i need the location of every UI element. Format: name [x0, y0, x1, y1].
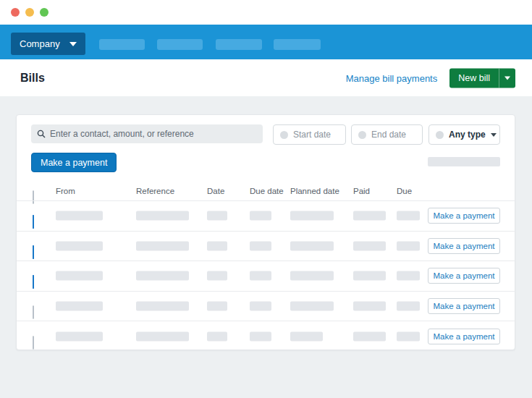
- content-placeholder: [428, 157, 500, 166]
- new-bill-button[interactable]: New bill: [449, 68, 499, 88]
- cell-placeholder: [207, 241, 227, 250]
- cell-placeholder: [56, 241, 103, 250]
- end-date-label: End date: [371, 130, 406, 140]
- chevron-down-icon: [69, 42, 77, 46]
- chevron-down-icon: [491, 133, 497, 137]
- nav-item-placeholder[interactable]: [157, 39, 203, 50]
- column-header-date: Date: [207, 187, 224, 195]
- cell-placeholder: [290, 271, 334, 281]
- column-header-planned-date: Planned date: [290, 187, 339, 195]
- row-checkbox[interactable]: [33, 215, 34, 229]
- type-filter-label: Any type: [449, 130, 486, 140]
- cell-placeholder: [397, 331, 420, 341]
- row-checkbox[interactable]: [33, 275, 34, 289]
- table-header-row: From Reference Date Due date Planned dat…: [17, 182, 516, 200]
- cell-placeholder: [290, 211, 334, 221]
- cell-placeholder: [136, 302, 189, 311]
- nav-item-placeholder[interactable]: [216, 39, 262, 50]
- row-make-a-payment-button[interactable]: Make a payment: [428, 268, 500, 284]
- nav-item-placeholder[interactable]: [99, 39, 145, 50]
- chevron-down-icon: [504, 76, 510, 80]
- cell-placeholder: [353, 271, 386, 281]
- search-field: [31, 124, 263, 143]
- minimize-window-button[interactable]: [25, 8, 34, 17]
- cell-placeholder: [290, 241, 334, 250]
- bills-panel: Start date End date Any type Make a paym…: [16, 114, 515, 350]
- row-checkbox[interactable]: [33, 336, 34, 350]
- cell-placeholder: [353, 211, 386, 221]
- end-date-filter[interactable]: End date: [351, 124, 423, 145]
- cell-placeholder: [56, 302, 103, 311]
- cell-placeholder: [397, 241, 420, 250]
- calendar-icon: [358, 131, 366, 139]
- header-actions: Manage bill payments New bill: [346, 68, 515, 88]
- cell-placeholder: [353, 241, 386, 250]
- bills-table: From Reference Date Due date Planned dat…: [17, 182, 516, 351]
- cell-placeholder: [136, 211, 189, 221]
- cell-placeholder: [207, 211, 227, 221]
- type-filter-dropdown[interactable]: Any type: [428, 124, 500, 145]
- cell-placeholder: [136, 271, 189, 281]
- cell-placeholder: [207, 331, 227, 341]
- table-row: Make a payment: [17, 291, 516, 321]
- cell-placeholder: [56, 331, 103, 341]
- company-menu-label: Company: [20, 38, 60, 49]
- cell-placeholder: [353, 302, 386, 311]
- cell-placeholder: [397, 302, 420, 311]
- column-header-paid: Paid: [353, 187, 370, 195]
- column-header-from: From: [56, 187, 75, 195]
- cell-placeholder: [207, 302, 227, 311]
- column-header-due-date: Due date: [250, 187, 284, 195]
- cell-placeholder: [250, 271, 271, 281]
- make-a-payment-button[interactable]: Make a payment: [31, 153, 117, 172]
- close-window-button[interactable]: [11, 8, 20, 17]
- table-row: Make a payment: [17, 231, 516, 261]
- cell-placeholder: [250, 331, 271, 341]
- column-header-reference: Reference: [136, 187, 174, 195]
- cell-placeholder: [207, 271, 227, 281]
- calendar-icon: [280, 131, 288, 139]
- filter-icon: [436, 131, 444, 139]
- page-title: Bills: [20, 72, 45, 85]
- row-checkbox[interactable]: [33, 245, 34, 259]
- cell-placeholder: [290, 331, 323, 341]
- row-make-a-payment-button[interactable]: Make a payment: [428, 238, 500, 254]
- row-make-a-payment-button[interactable]: Make a payment: [428, 208, 500, 224]
- cell-placeholder: [397, 211, 420, 221]
- company-menu-button[interactable]: Company: [11, 33, 85, 55]
- top-navbar: Company: [0, 25, 532, 59]
- window-titlebar: [0, 0, 532, 25]
- cell-placeholder: [353, 331, 386, 341]
- column-header-due: Due: [397, 187, 412, 195]
- table-row: Make a payment: [17, 321, 516, 351]
- cell-placeholder: [56, 271, 103, 281]
- search-icon: [37, 130, 46, 138]
- cell-placeholder: [290, 302, 334, 311]
- cell-placeholder: [136, 331, 189, 341]
- row-make-a-payment-button[interactable]: Make a payment: [428, 329, 500, 344]
- start-date-filter[interactable]: Start date: [273, 124, 346, 145]
- nav-item-placeholder[interactable]: [274, 39, 321, 50]
- new-bill-dropdown-button[interactable]: [499, 68, 515, 88]
- cell-placeholder: [250, 211, 271, 221]
- row-make-a-payment-button[interactable]: Make a payment: [428, 298, 500, 314]
- row-checkbox[interactable]: [33, 305, 34, 319]
- start-date-label: Start date: [293, 130, 331, 140]
- cell-placeholder: [397, 271, 420, 281]
- table-row: Make a payment: [17, 200, 516, 231]
- cell-placeholder: [136, 241, 189, 250]
- search-input[interactable]: [50, 129, 257, 139]
- page-header: Bills Manage bill payments New bill: [0, 59, 532, 96]
- manage-bill-payments-link[interactable]: Manage bill payments: [346, 72, 437, 83]
- cell-placeholder: [56, 211, 103, 221]
- table-row: Make a payment: [17, 261, 516, 291]
- cell-placeholder: [250, 241, 271, 250]
- zoom-window-button[interactable]: [40, 8, 48, 17]
- cell-placeholder: [250, 302, 271, 311]
- new-bill-split-button: New bill: [449, 68, 515, 88]
